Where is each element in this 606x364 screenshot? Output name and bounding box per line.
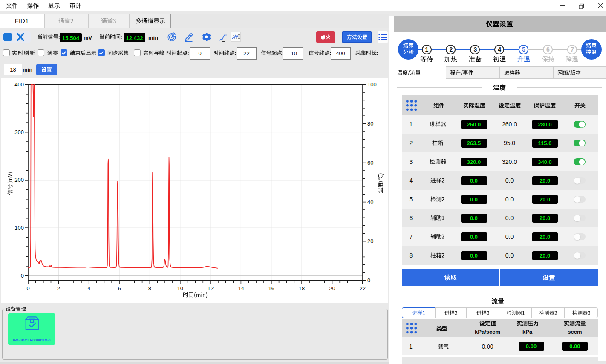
svg-text:300: 300 [14,129,24,135]
svg-text:14: 14 [238,285,244,292]
svg-text:4: 4 [87,285,90,292]
svg-text:8: 8 [148,285,151,292]
svg-text:0: 0 [26,285,29,292]
svg-text:0: 0 [367,277,370,284]
svg-text:12: 12 [208,285,214,292]
svg-text:22: 22 [360,285,366,292]
svg-text:0: 0 [21,272,24,279]
svg-text:100: 100 [367,81,377,88]
svg-text:20: 20 [329,285,335,292]
svg-text:400: 400 [14,81,24,88]
svg-text:18: 18 [299,285,305,292]
svg-text:16: 16 [268,285,274,292]
svg-text:6: 6 [118,285,121,292]
svg-text:200: 200 [14,177,24,183]
svg-text:100: 100 [14,225,24,231]
svg-text:10: 10 [177,285,183,292]
svg-text:2: 2 [57,285,60,292]
